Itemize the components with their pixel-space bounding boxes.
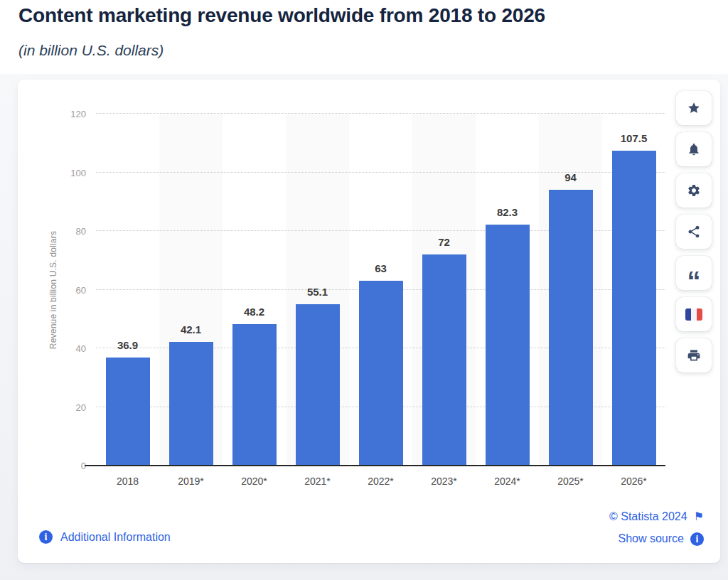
report-flag-icon[interactable]	[694, 511, 704, 522]
x-tick-label: 2021*	[286, 476, 349, 487]
value-label-2022*: 63	[339, 262, 422, 274]
value-label-2026*: 107.5	[592, 132, 675, 144]
print-button[interactable]	[676, 338, 712, 372]
bar-2019*	[169, 342, 213, 466]
value-label-2018: 36.9	[86, 339, 169, 351]
y-tick-label: 100	[56, 167, 86, 178]
value-label-2024*: 82.3	[466, 206, 549, 218]
x-tick-label: 2022*	[349, 476, 412, 487]
bar-column-2023*: 72	[412, 114, 476, 466]
bar-2018	[106, 358, 150, 466]
bar-column-2018: 36.9	[96, 114, 159, 466]
bar-column-2021*: 55.1	[286, 114, 349, 466]
plot-area: 36.942.148.255.1637282.394107.5	[96, 114, 665, 466]
value-label-2019*: 42.1	[149, 323, 232, 335]
bar-2026*	[612, 151, 656, 466]
share-icon	[687, 225, 701, 239]
chart-header: Content marketing revenue worldwide from…	[18, 4, 545, 59]
x-tick-label: 2019*	[159, 476, 223, 487]
bar-column-2024*: 82.3	[476, 114, 539, 466]
y-tick-label: 80	[56, 226, 86, 237]
bar-column-2019*: 42.1	[159, 114, 223, 466]
share-button[interactable]	[676, 215, 712, 249]
x-tick-label: 2026*	[602, 476, 665, 487]
y-tick-label: 60	[56, 284, 86, 295]
x-tick-label: 2018	[96, 476, 159, 487]
bar-2020*	[232, 324, 277, 466]
language-button[interactable]	[676, 297, 712, 331]
source-block: © Statista 2024 Show source	[609, 509, 704, 547]
page-title: Content marketing revenue worldwide from…	[18, 4, 545, 27]
y-tick-label: 20	[56, 402, 86, 412]
bar-2021*	[296, 304, 340, 466]
chart-plot: Revenue in billion U.S. dollars 02040608…	[96, 114, 665, 466]
star-icon	[687, 101, 701, 115]
bell-icon	[687, 142, 701, 156]
value-label-2020*: 48.2	[213, 306, 296, 318]
x-axis-labels: 20182019*2020*2021*2022*2023*2024*2025*2…	[96, 466, 665, 487]
french-flag-icon	[685, 308, 702, 321]
citation-button[interactable]	[676, 256, 712, 290]
x-tick-label: 2025*	[539, 476, 602, 487]
value-label-2023*: 72	[402, 236, 486, 248]
toolbar-rail	[676, 91, 712, 380]
statista-copyright-link[interactable]: © Statista 2024	[609, 510, 687, 523]
y-tick-label: 0	[56, 461, 86, 471]
additional-information-link[interactable]: Additional Information	[39, 530, 171, 544]
value-label-2025*: 94	[529, 171, 612, 183]
printer-icon	[687, 348, 701, 362]
bar-column-2022*: 63	[349, 114, 412, 466]
bar-2024*	[486, 225, 530, 466]
show-source-link[interactable]: Show source	[619, 532, 685, 545]
x-tick-label: 2020*	[223, 476, 286, 487]
additional-information-label: Additional Information	[60, 531, 171, 544]
bar-2025*	[549, 190, 593, 466]
bar-2022*	[359, 281, 403, 466]
y-axis-ticks: 020406080100120	[56, 114, 86, 466]
info-icon	[39, 530, 53, 544]
notifications-button[interactable]	[676, 132, 712, 166]
gear-icon	[687, 183, 701, 198]
y-tick-label: 120	[56, 109, 86, 119]
page-subtitle: (in billion U.S. dollars)	[18, 42, 545, 59]
bar-column-2025*: 94	[539, 114, 602, 466]
x-tick-label: 2024*	[476, 476, 539, 487]
x-tick-label: 2023*	[412, 476, 476, 487]
value-label-2021*: 55.1	[276, 286, 359, 298]
info-icon	[690, 532, 704, 546]
favorite-button[interactable]	[676, 91, 712, 125]
y-tick-label: 40	[56, 343, 86, 354]
settings-button[interactable]	[676, 173, 712, 208]
bar-2023*	[422, 254, 466, 466]
bar-column-2026*: 107.5	[602, 114, 665, 466]
chart-card: Revenue in billion U.S. dollars 02040608…	[18, 80, 720, 563]
